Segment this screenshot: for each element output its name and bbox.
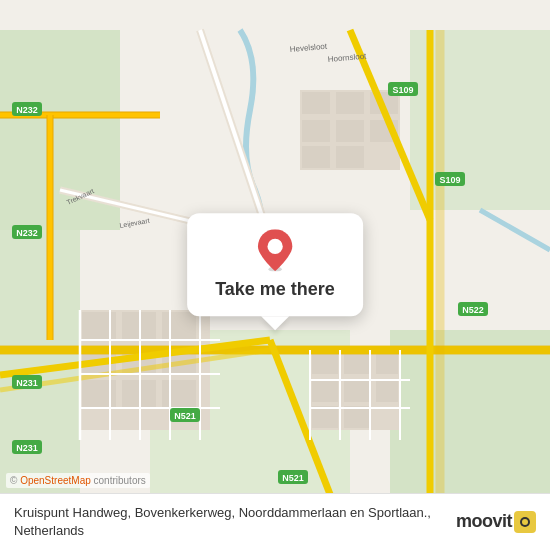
svg-point-87 <box>267 239 282 254</box>
svg-text:S109: S109 <box>439 175 460 185</box>
svg-rect-28 <box>376 352 398 374</box>
popup-bubble: Take me there <box>187 213 363 316</box>
svg-text:N231: N231 <box>16 443 38 453</box>
moovit-logo: moovit <box>456 511 536 533</box>
moovit-dot-icon <box>518 515 532 529</box>
svg-text:N521: N521 <box>174 411 196 421</box>
moovit-text: moovit <box>456 511 512 532</box>
location-info: Kruispunt Handweg, Bovenkerkerweg, Noord… <box>14 504 446 540</box>
svg-text:N232: N232 <box>16 228 38 238</box>
svg-rect-20 <box>302 120 330 142</box>
location-pin-icon <box>257 229 293 271</box>
svg-rect-27 <box>344 352 370 374</box>
svg-text:N232: N232 <box>16 105 38 115</box>
svg-text:N231: N231 <box>16 378 38 388</box>
take-me-there-button[interactable]: Take me there <box>215 279 335 300</box>
svg-rect-29 <box>312 380 338 402</box>
svg-point-89 <box>522 519 528 525</box>
svg-rect-24 <box>336 146 364 168</box>
osm-attribution-text: © OpenStreetMap contributors <box>10 475 146 486</box>
location-popup: Take me there <box>187 213 363 316</box>
svg-rect-21 <box>336 120 364 142</box>
svg-text:N522: N522 <box>462 305 484 315</box>
svg-rect-33 <box>344 406 370 428</box>
svg-rect-26 <box>312 352 338 374</box>
svg-rect-30 <box>344 380 370 402</box>
svg-rect-31 <box>376 380 398 402</box>
svg-text:N521: N521 <box>282 473 304 483</box>
svg-rect-17 <box>302 92 330 114</box>
svg-rect-15 <box>162 380 196 408</box>
svg-rect-18 <box>336 92 364 114</box>
svg-rect-23 <box>302 146 330 168</box>
svg-text:S109: S109 <box>392 85 413 95</box>
moovit-dot <box>514 511 536 533</box>
bottom-bar: Kruispunt Handweg, Bovenkerkerweg, Noord… <box>0 493 550 550</box>
svg-rect-32 <box>312 406 338 428</box>
location-name: Kruispunt Handweg, Bovenkerkerweg, Noord… <box>14 504 446 540</box>
svg-rect-3 <box>390 330 550 520</box>
map-container: Hevelsloot Hoornsloot Trekvaart Leijevaa… <box>0 0 550 550</box>
osm-attribution: © OpenStreetMap contributors <box>6 473 150 488</box>
